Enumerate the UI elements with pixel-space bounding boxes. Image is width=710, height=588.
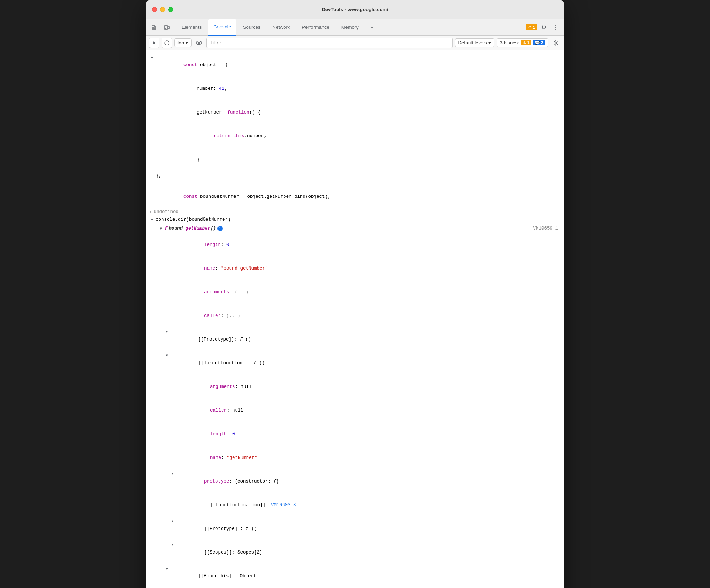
expand-arrow[interactable]: [170, 470, 176, 477]
clear-console-button[interactable]: [162, 38, 172, 48]
warning-icon: ⚠: [528, 25, 532, 30]
code-line: };: [156, 172, 561, 180]
info-icon[interactable]: i: [217, 226, 223, 231]
code-line: [[Prototype]]: f (): [170, 328, 561, 351]
close-button[interactable]: [152, 7, 157, 12]
code-line: console.dir(boundGetNunmer): [156, 216, 561, 223]
console-toolbar: top ▾ Default levels ▾ 3 Issues: ⚠ 1: [146, 36, 564, 50]
traffic-lights: [152, 7, 173, 12]
code-line: length: 0: [182, 423, 561, 445]
live-expressions-button[interactable]: [194, 38, 204, 48]
svg-marker-8: [153, 41, 156, 45]
tab-memory[interactable]: Memory: [336, 19, 364, 36]
issues-badge[interactable]: 3 Issues: ⚠ 1 💬 2: [497, 38, 548, 47]
expand-arrow[interactable]: [149, 216, 155, 223]
code-line: prototype: {constructor: f}: [176, 470, 561, 493]
default-levels-dropdown[interactable]: Default levels ▾: [455, 38, 494, 47]
code-line: }: [158, 149, 561, 171]
table-row: caller: null: [146, 399, 564, 422]
undefined-text: undefined: [154, 209, 179, 214]
svg-rect-6: [168, 26, 169, 29]
devtools-panel: Elements Console Sources Network Perform…: [146, 19, 564, 588]
code-line: [[Scopes]]: Scopes[2]: [176, 541, 561, 564]
code-line: [[BoundThis]]: Object: [170, 565, 561, 587]
window-title: DevTools - www.google.com/: [322, 7, 388, 12]
run-script-button[interactable]: [149, 38, 159, 48]
chevron-down-icon: ▾: [186, 40, 188, 45]
table-row: [[Scopes]]: Scopes[2]: [146, 541, 564, 564]
code-line: [[FunctionLocation]]: VM10603:3: [182, 494, 558, 516]
table-row: };: [146, 172, 564, 180]
code-line: return this.number;: [164, 125, 561, 147]
context-selector[interactable]: top ▾: [174, 38, 192, 47]
table-row: name: "getNumber": [146, 446, 564, 470]
table-row: length: 0: [146, 422, 564, 446]
chevron-down-icon: ▾: [488, 40, 491, 45]
filter-input[interactable]: [206, 38, 452, 48]
table-row: [[Prototype]]: f (): [146, 328, 564, 351]
warning-count-badge: ⚠ 1: [521, 40, 531, 45]
table-row: }: [146, 148, 564, 172]
code-line: const boundGetNunmer = object.getNumber.…: [156, 186, 561, 208]
table-row: return this.number;: [146, 124, 564, 148]
list-item: ‹ undefined: [146, 209, 564, 215]
more-options-icon[interactable]: ⋮: [551, 22, 561, 33]
tab-network[interactable]: Network: [267, 19, 295, 36]
tab-elements[interactable]: Elements: [176, 19, 207, 36]
code-line: caller: (...): [176, 305, 561, 327]
code-line: length: 0: [176, 234, 561, 256]
expand-arrow[interactable]: [149, 54, 155, 61]
expand-arrow[interactable]: [170, 541, 176, 548]
tab-sources[interactable]: Sources: [238, 19, 266, 36]
vm-link-1[interactable]: VM10659:1: [533, 225, 558, 232]
table-row: const object = {: [146, 53, 564, 77]
code-line: const object = {: [156, 54, 561, 76]
code-line: name: "bound getNumber": [176, 257, 561, 280]
minimize-button[interactable]: [160, 7, 165, 12]
expand-arrow[interactable]: [164, 328, 170, 335]
svg-point-12: [555, 42, 557, 44]
table-row: prototype: {constructor: f}: [146, 470, 564, 493]
table-row: [[BoundThis]]: Object: [146, 564, 564, 588]
code-line: getNumber: function() {: [158, 101, 561, 124]
info-count-badge: 💬 2: [533, 40, 545, 45]
expand-arrow[interactable]: [158, 225, 164, 232]
table-row: [[TargetFunction]]: f (): [146, 351, 564, 375]
table-row: number: 42,: [146, 77, 564, 101]
settings-icon[interactable]: ⚙: [539, 22, 549, 33]
console-settings-icon[interactable]: [551, 38, 561, 48]
expand-arrow[interactable]: [170, 518, 176, 524]
table-row: [[FunctionLocation]]: VM10603:3: [146, 493, 564, 517]
tab-bar: Elements Console Sources Network Perform…: [146, 19, 564, 36]
table-row: [[Prototype]]: f (): [146, 517, 564, 541]
code-line: number: 42,: [158, 78, 561, 100]
table-row: arguments: null: [146, 375, 564, 399]
table-row: f bound getNumber() i VM10659:1: [146, 224, 564, 233]
table-row: arguments: (...): [146, 280, 564, 304]
expand-arrow[interactable]: [164, 565, 170, 572]
svg-rect-0: [152, 25, 154, 27]
maximize-button[interactable]: [168, 7, 173, 12]
tab-bar-icons: [149, 22, 172, 33]
tab-more[interactable]: »: [365, 19, 378, 36]
warning-badge[interactable]: ⚠ 1: [526, 24, 537, 30]
table-row: getNumber: function() {: [146, 101, 564, 124]
tab-right-icons: ⚠ 1 ⚙ ⋮: [526, 22, 561, 33]
inspect-element-icon[interactable]: [149, 22, 159, 33]
expand-arrow[interactable]: [164, 352, 170, 359]
tab-console[interactable]: Console: [208, 19, 236, 36]
svg-point-11: [198, 42, 200, 44]
titlebar: DevTools - www.google.com/: [146, 0, 564, 19]
console-area[interactable]: const object = { number: 42, getNumber: …: [146, 50, 564, 588]
table-row: name: "bound getNumber": [146, 257, 564, 280]
code-line: [[TargetFunction]]: f (): [170, 352, 561, 374]
table-row: const boundGetNunmer = object.getNumber.…: [146, 185, 564, 209]
vm-link-2[interactable]: VM10603:3: [271, 503, 296, 508]
code-line: arguments: null: [182, 376, 561, 398]
device-toolbar-icon[interactable]: [162, 22, 172, 33]
tab-performance[interactable]: Performance: [297, 19, 334, 36]
code-line: arguments: (...): [176, 281, 561, 303]
table-row: console.dir(boundGetNunmer): [146, 215, 564, 224]
table-row: caller: (...): [146, 304, 564, 328]
code-line: name: "getNumber": [182, 447, 561, 469]
